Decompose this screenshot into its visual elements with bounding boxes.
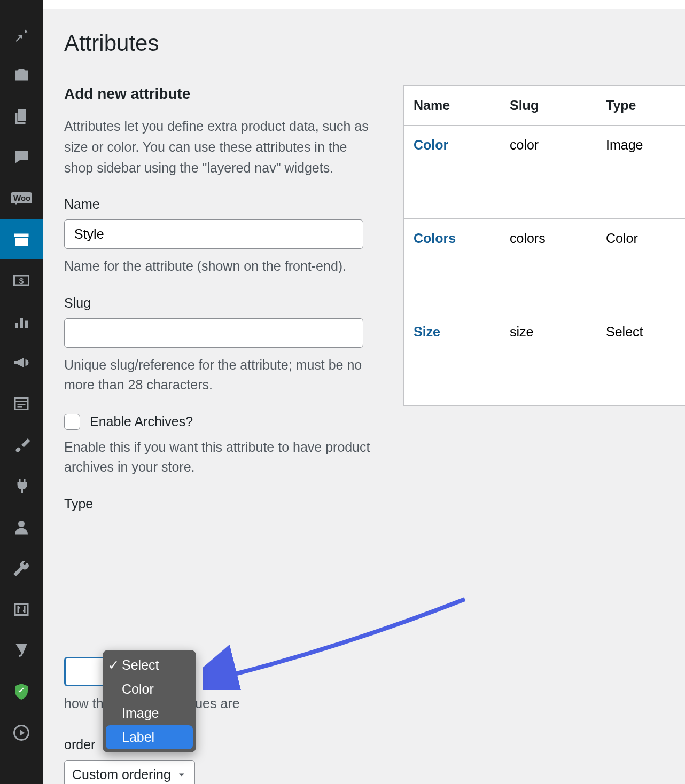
- sidebar-item-settings[interactable]: [0, 589, 43, 629]
- slug-input[interactable]: [64, 318, 363, 348]
- chevron-down-icon: [176, 770, 187, 780]
- type-option-label: Color: [122, 681, 154, 697]
- sidebar-item-seo[interactable]: [0, 630, 43, 670]
- type-option-image[interactable]: ✓ Image: [103, 701, 196, 725]
- woo-icon: Woo: [11, 192, 32, 203]
- sidebar-item-marketing[interactable]: [0, 342, 43, 382]
- sidebar-item-tools[interactable]: [0, 548, 43, 588]
- type-option-label: Select: [122, 657, 159, 673]
- type-dropdown-popup: ✓ Select ✓ Color ✓ Image ✓ Label: [103, 650, 196, 752]
- money-icon: $: [12, 271, 31, 290]
- attr-name-link[interactable]: Size: [404, 312, 500, 351]
- enable-archives-label: Enable Archives?: [90, 414, 193, 429]
- yoast-icon: [12, 641, 31, 660]
- pin-icon: [12, 24, 31, 43]
- sidebar-item-payments[interactable]: $: [0, 260, 43, 300]
- attr-slug: colors: [500, 219, 596, 258]
- archives-help: Enable this if you want this attribute t…: [64, 437, 374, 477]
- type-option-color[interactable]: ✓ Color: [103, 677, 196, 701]
- sort-order-value: Custom ordering: [72, 767, 171, 782]
- table-header-row: Name Slug Type: [404, 86, 685, 126]
- sidebar-item-form[interactable]: [0, 383, 43, 424]
- table-row: Color color Image: [404, 126, 685, 219]
- camera-icon: [12, 65, 31, 84]
- type-option-label[interactable]: ✓ Label: [106, 725, 193, 749]
- sidebar-item-collapse[interactable]: [0, 712, 43, 752]
- bar-chart-icon: [12, 312, 31, 331]
- type-label: Type: [64, 496, 374, 512]
- sidebar-item-security[interactable]: [0, 671, 43, 711]
- sort-order-select[interactable]: Custom ordering: [64, 760, 195, 784]
- sidebar-item-pin[interactable]: [0, 13, 43, 53]
- megaphone-icon: [12, 353, 31, 372]
- attr-name-link[interactable]: Color: [404, 126, 500, 164]
- col-type: Type: [596, 86, 685, 125]
- form-icon: [12, 394, 31, 413]
- comment-icon: [12, 147, 31, 167]
- top-strip: [43, 0, 685, 9]
- play-circle-icon: [12, 723, 31, 742]
- sidebar-item-products[interactable]: [0, 219, 43, 259]
- sidebar-item-woocommerce[interactable]: Woo: [0, 178, 43, 218]
- brush-icon: [12, 435, 31, 454]
- page-title: Attributes: [64, 30, 685, 56]
- attr-type: Select: [596, 312, 685, 351]
- table-row: Size size Select: [404, 312, 685, 406]
- slug-label: Slug: [64, 295, 374, 311]
- sidebar-item-media[interactable]: [0, 54, 43, 95]
- add-attribute-form: Add new attribute Attributes let you def…: [64, 85, 374, 519]
- name-input[interactable]: [64, 219, 363, 249]
- name-label: Name: [64, 197, 374, 212]
- attributes-table: Name Slug Type Color color Image Colors …: [403, 85, 685, 406]
- attr-type: Image: [596, 126, 685, 164]
- check-icon: ✓: [108, 657, 118, 673]
- plug-icon: [12, 476, 31, 496]
- sidebar-item-pages[interactable]: [0, 96, 43, 136]
- sidebar-item-analytics[interactable]: [0, 301, 43, 341]
- archive-icon: [12, 230, 31, 249]
- attr-type: Color: [596, 219, 685, 258]
- sidebar-item-plugins[interactable]: [0, 466, 43, 506]
- sidebar-item-comments[interactable]: [0, 137, 43, 177]
- table-row: Colors colors Color: [404, 219, 685, 312]
- copy-icon: [12, 106, 31, 126]
- wrench-icon: [12, 559, 31, 578]
- admin-sidebar: Woo $: [0, 0, 43, 784]
- attr-name-link[interactable]: Colors: [404, 219, 500, 258]
- type-option-label: Image: [122, 705, 159, 721]
- sidebar-item-appearance[interactable]: [0, 425, 43, 465]
- name-help: Name for the attribute (shown on the fro…: [64, 256, 374, 277]
- col-name: Name: [404, 86, 500, 125]
- sliders-icon: [12, 600, 31, 619]
- shield-icon: [12, 682, 31, 701]
- main-content: Attributes Add new attribute Attributes …: [43, 0, 685, 784]
- type-option-label-text: Label: [122, 730, 154, 745]
- col-slug: Slug: [500, 86, 596, 125]
- svg-text:$: $: [19, 276, 24, 285]
- attr-slug: size: [500, 312, 596, 351]
- sidebar-item-users[interactable]: [0, 507, 43, 547]
- user-icon: [12, 518, 31, 537]
- attr-slug: color: [500, 126, 596, 164]
- form-intro: Attributes let you define extra product …: [64, 116, 374, 178]
- type-option-select[interactable]: ✓ Select: [103, 653, 196, 677]
- form-heading: Add new attribute: [64, 85, 374, 103]
- enable-archives-checkbox[interactable]: [64, 414, 80, 430]
- slug-help: Unique slug/reference for the attribute;…: [64, 355, 374, 395]
